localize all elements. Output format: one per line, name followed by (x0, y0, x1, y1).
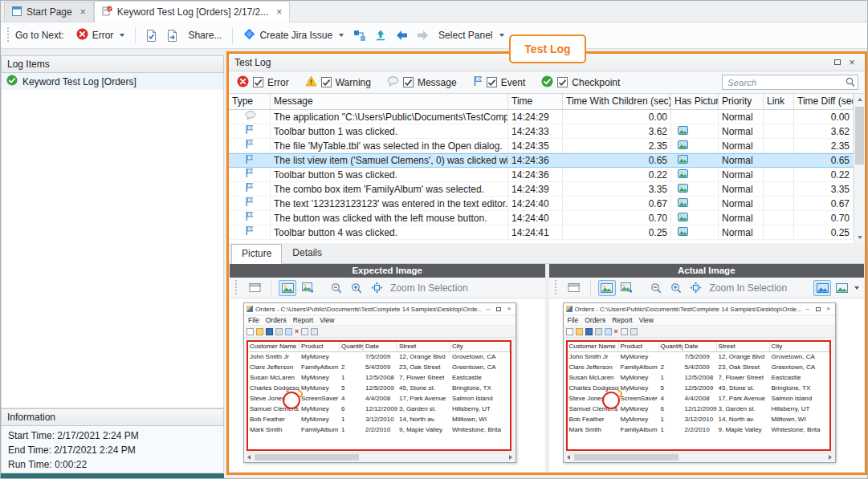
filter-message[interactable]: Message (387, 76, 457, 89)
jira-workflow-button[interactable] (349, 26, 370, 45)
warning-checkbox[interactable] (321, 77, 332, 87)
expected-image-panel: Expected Image Zoom In Selection (230, 264, 545, 472)
log-row[interactable]: Toolbar button 5 was clicked.14:24:360.2… (229, 168, 865, 182)
keyword-test-log-icon (102, 6, 112, 18)
picture-comparison: Expected Image Zoom In Selection (229, 264, 865, 473)
filter-checkpoint[interactable]: Checkpoint (541, 75, 620, 90)
log-row[interactable]: The text '123123123123' was entered in t… (229, 197, 865, 211)
log-time-with-children-cell: 0.67 (563, 197, 671, 210)
log-row[interactable]: Toolbar button 4 was clicked.14:24:410.2… (229, 225, 865, 240)
orders-cell: 4/4/2008 (364, 394, 397, 404)
checkpoint-checkbox[interactable] (557, 77, 568, 87)
orders-cell: 12/5/2009 (683, 384, 717, 394)
show-image-icon[interactable] (598, 280, 616, 296)
toolbar-grip[interactable] (555, 280, 556, 296)
test-log-callout: Test Log (509, 35, 586, 63)
orders-column-header: Quantity (659, 342, 683, 351)
chevron-down-icon[interactable] (854, 286, 859, 290)
log-row[interactable]: The application "C:\Users\Public\Documen… (229, 110, 865, 124)
search-input[interactable] (722, 75, 858, 90)
compare-images-icon[interactable] (813, 280, 831, 296)
tab-details[interactable]: Details (282, 243, 332, 263)
tab-start-page[interactable]: Start Page × (4, 2, 94, 22)
log-scrollbar[interactable] (854, 94, 865, 243)
scroll-thumb[interactable] (855, 107, 864, 164)
go-to-next-error-button[interactable]: Error (71, 26, 131, 45)
zoom-out-icon[interactable] (647, 280, 665, 296)
close-panel-icon[interactable]: × (845, 54, 859, 71)
orders-cell: 5/4/2009 (364, 363, 397, 373)
toolbar-grip[interactable] (7, 27, 9, 43)
toolbar-separator (232, 27, 233, 43)
actual-image-canvas[interactable]: Orders - C:\Users\Public\Documents\TestC… (549, 298, 865, 472)
zoom-in-selection-icon[interactable] (368, 280, 385, 296)
log-row[interactable]: The combo box item 'FamilyAlbum' was sel… (229, 182, 865, 197)
log-has-picture-cell (671, 182, 719, 196)
event-checkbox[interactable] (487, 77, 497, 87)
log-message-cell: Toolbar button 4 was clicked. (271, 225, 508, 239)
forward-button[interactable] (412, 26, 433, 45)
filter-event[interactable]: Event (473, 75, 526, 89)
delete-icon: × (295, 328, 299, 335)
tab-picture[interactable]: Picture (231, 244, 282, 264)
log-time-cell: 14:24:39 (508, 182, 563, 196)
select-panel-button[interactable]: Select Panel (433, 27, 509, 43)
error-checkbox[interactable] (253, 77, 263, 87)
zoom-in-icon[interactable] (348, 280, 365, 296)
zoom-out-icon[interactable] (328, 280, 345, 296)
log-row[interactable]: Toolbar button 1 was clicked.14:24:333.6… (229, 124, 865, 139)
column-header-link[interactable]: Link (764, 94, 794, 109)
orders-cell: 1 (340, 425, 364, 436)
column-header-time-diff[interactable]: Time Diff (sec) (794, 94, 854, 109)
filter-label: Warning (336, 77, 371, 88)
back-button[interactable] (391, 26, 412, 45)
column-header-time-with-children[interactable]: Time With Children (sec) (563, 94, 671, 109)
log-type-cell (229, 225, 271, 239)
zoom-in-selection-icon[interactable] (687, 280, 705, 296)
dock-panel-icon[interactable] (246, 280, 263, 296)
orders-cell: Bob Feather (248, 415, 300, 425)
new-doc-icon (247, 328, 254, 335)
share-button[interactable]: Share... (182, 27, 227, 43)
save-image-icon[interactable] (299, 280, 316, 296)
column-header-message[interactable]: Message (271, 94, 508, 109)
tab-keyword-test-log[interactable]: Keyword Test Log [Orders] 2/17/2... × (94, 1, 291, 22)
scroll-up-icon[interactable] (854, 94, 865, 106)
column-header-time[interactable]: Time (508, 94, 563, 109)
filter-error[interactable]: Error (237, 75, 289, 90)
upload-results-button[interactable] (370, 26, 391, 45)
column-header-has-picture[interactable]: Has Picture (671, 94, 719, 109)
save-image-icon[interactable] (618, 280, 636, 296)
filter-warning[interactable]: Warning (305, 75, 371, 89)
toolbar-grip[interactable] (235, 280, 237, 296)
log-row[interactable]: The file 'MyTable.tbl' was selected in t… (229, 139, 865, 153)
event-flag-icon (245, 211, 254, 225)
log-items-tree-item[interactable]: Keyword Test Log [Orders] (2, 73, 223, 90)
zoom-in-icon[interactable] (667, 280, 685, 296)
scroll-down-icon[interactable] (854, 231, 865, 243)
result-tabs: Picture Details (229, 243, 865, 264)
dock-panel-icon[interactable] (565, 280, 583, 296)
log-row[interactable]: The list view item ('Samuel Clemens', 0)… (229, 153, 865, 168)
export-log-button[interactable] (141, 26, 161, 45)
log-row[interactable]: The button was clicked with the left mou… (229, 211, 865, 225)
save-log-button[interactable] (161, 26, 182, 45)
close-tab-icon[interactable]: × (276, 8, 282, 16)
float-panel-icon[interactable] (830, 54, 845, 71)
view-mode-icon[interactable] (833, 280, 850, 296)
orders-cell: John Smith Jr (248, 352, 300, 363)
has-picture-icon (678, 168, 688, 181)
message-checkbox[interactable] (403, 77, 414, 87)
orders-column-header: Product (619, 342, 659, 351)
column-header-type[interactable]: Type (229, 94, 271, 109)
orders-cell: 3, Garden st. (397, 404, 450, 415)
minimize-icon: – (804, 305, 812, 313)
create-jira-issue-button[interactable]: Create Jira Issue (238, 26, 349, 45)
orders-column-header: Customer Name (248, 342, 300, 351)
column-header-priority[interactable]: Priority (719, 94, 764, 109)
expected-image-canvas[interactable]: Orders - C:\Users\Public\Documents\TestC… (230, 298, 545, 472)
show-image-icon[interactable] (279, 280, 296, 296)
close-tab-icon[interactable]: × (80, 8, 86, 16)
message-icon (387, 76, 399, 89)
orders-cell: 3, Garden st. (717, 404, 770, 415)
